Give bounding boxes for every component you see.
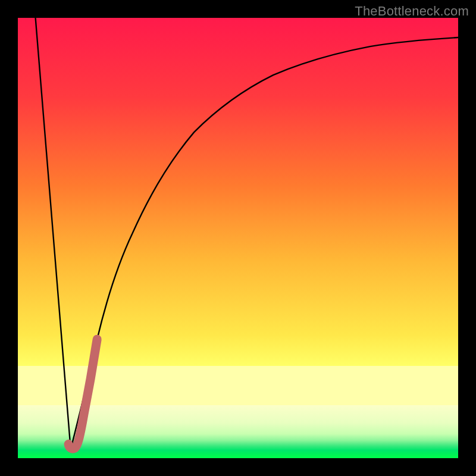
plot-area — [18, 18, 458, 458]
marker-hook — [68, 339, 97, 449]
attribution-label: TheBottleneck.com — [355, 4, 469, 19]
chart-curves — [18, 18, 458, 458]
series-right-rise — [71, 37, 458, 449]
chart-frame: TheBottleneck.com — [0, 0, 476, 476]
series-left-descent — [36, 18, 71, 449]
